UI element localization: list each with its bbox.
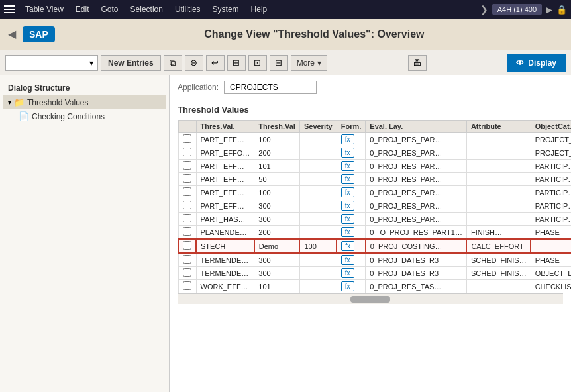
row-checkbox[interactable] — [183, 227, 191, 236]
sidebar-item-label-2: Checking Conditions — [32, 112, 105, 121]
chevron-down-icon: ▾ — [89, 58, 93, 68]
objectcat-cell: OBJECT_L… — [531, 267, 571, 280]
attribute-cell — [466, 160, 531, 173]
col-header-thresh-val: Thresh.Val — [254, 121, 300, 133]
fx-button[interactable]: fx — [341, 161, 354, 171]
fx-button[interactable]: fx — [341, 148, 354, 158]
menu-selection[interactable]: Selection — [125, 3, 168, 15]
doc-icon: 📄 — [19, 111, 29, 121]
objectcat-cell: PROJECT_… — [531, 146, 571, 160]
row-checkbox[interactable] — [183, 241, 191, 250]
table-row[interactable]: PART_EFF…300fx0_PROJ_RES_PAR…PARTICIP… — [178, 199, 571, 213]
scroll-thumb[interactable] — [350, 296, 390, 303]
fx-button[interactable]: fx — [341, 241, 354, 251]
lock-icon[interactable]: 🔒 — [556, 5, 567, 15]
attribute-cell — [466, 173, 531, 186]
undo-icon-button[interactable]: ↩ — [206, 55, 225, 71]
table-row[interactable]: PART_EFF…101fx0_PROJ_RES_PAR…PARTICIP… — [178, 160, 571, 173]
row-checkbox[interactable] — [183, 174, 191, 183]
row-checkbox[interactable] — [183, 134, 191, 143]
row-checkbox[interactable] — [183, 214, 191, 222]
print-button[interactable]: 🖶 — [408, 55, 427, 71]
table-row[interactable]: WORK_EFF…101fx0_PROJ_RES_TAS…CHECKLIS… — [178, 280, 571, 293]
row-checkbox[interactable] — [183, 201, 191, 209]
display-button[interactable]: 👁 Display — [507, 54, 566, 72]
table-row[interactable]: PLANENDE…200fx0_ O_PROJ_RES_PART1…FINISH… — [178, 226, 571, 240]
table-row[interactable]: PART_HAS…300fx0_PROJ_RES_PAR…PARTICIP… — [178, 213, 571, 226]
fx-button[interactable]: fx — [341, 268, 354, 278]
toolbar: ▾ New Entries ⧉ ⊖ ↩ ⊞ ⊡ ⊟ More ▾ 🖶 👁 Dis… — [0, 50, 571, 75]
menu-edit[interactable]: Edit — [70, 3, 95, 15]
menu-utilities[interactable]: Utilities — [170, 3, 206, 15]
table-row[interactable]: PART_EFFO…200fx0_PROJ_RES_PAR…PROJECT_… — [178, 146, 571, 160]
row-checkbox[interactable] — [183, 255, 191, 264]
fx-button[interactable]: fx — [341, 227, 354, 237]
severity-cell — [299, 280, 337, 293]
eval-lay-cell: 0_PROJ_RES_PAR… — [366, 146, 467, 160]
form-cell: fx — [337, 213, 366, 226]
table-row[interactable]: STECHDemo100fx0_PROJ_COSTING…CALC_EFFORT — [178, 239, 571, 253]
context-dropdown[interactable]: ▾ — [5, 55, 98, 71]
form-cell: fx — [337, 239, 366, 253]
thresh-val-cell: 100 — [254, 186, 300, 199]
hamburger-icon[interactable] — [4, 3, 16, 15]
expand-arrow-icon: ▾ — [8, 99, 11, 106]
col-header-checkbox — [178, 121, 196, 133]
menu-goto[interactable]: Goto — [96, 3, 124, 15]
new-entries-button[interactable]: New Entries — [101, 55, 161, 71]
thres-val-cell: PART_HAS… — [196, 213, 254, 226]
fx-button[interactable]: fx — [341, 255, 354, 265]
form-cell: fx — [337, 280, 366, 293]
more-chevron-icon: ▾ — [317, 58, 321, 68]
menu-table-view[interactable]: Table View — [20, 3, 69, 15]
attribute-cell: SCHED_FINIS… — [466, 253, 531, 267]
row-checkbox[interactable] — [183, 148, 191, 156]
copy-icon-button[interactable]: ⧉ — [164, 55, 182, 71]
objectcat-cell — [531, 239, 571, 253]
back-button[interactable]: ◀ — [8, 28, 16, 40]
more-button[interactable]: More ▾ — [291, 55, 327, 71]
thresh-val-cell: Demo — [254, 239, 300, 253]
thres-val-cell: TERMENDE… — [196, 267, 254, 280]
application-row: Application: CPROJECTS — [178, 81, 563, 94]
thresh-val-cell: 100 — [254, 133, 300, 146]
menu-bar: Table View Edit Goto Selection Utilities… — [0, 0, 571, 19]
eval-lay-cell: 0_PROJ_RES_PAR… — [366, 213, 467, 226]
form-cell: fx — [337, 253, 366, 267]
objectcat-cell: CHECKLIS… — [531, 280, 571, 293]
horizontal-scrollbar[interactable] — [178, 293, 563, 304]
row-checkbox[interactable] — [183, 281, 191, 290]
table-row[interactable]: PART_EFF…100fx0_PROJ_RES_PAR…PARTICIP… — [178, 186, 571, 199]
table-row[interactable]: PART_EFF…100fx0_PROJ_RES_PAR…PROJECT_… — [178, 133, 571, 146]
menu-system[interactable]: System — [207, 3, 244, 15]
eval-lay-cell: 0_PROJ_DATES_R3 — [366, 253, 467, 267]
fx-button[interactable]: fx — [341, 134, 354, 144]
move3-icon-button[interactable]: ⊟ — [270, 55, 288, 71]
fx-button[interactable]: fx — [341, 187, 354, 197]
thresh-val-cell: 300 — [254, 267, 300, 280]
row-checkbox[interactable] — [183, 268, 191, 277]
table-row[interactable]: TERMENDE…300fx0_PROJ_DATES_R3SCHED_FINIS… — [178, 267, 571, 280]
fx-button[interactable]: fx — [341, 214, 354, 224]
fx-button[interactable]: fx — [341, 201, 354, 211]
move1-icon-button[interactable]: ⊞ — [227, 55, 246, 71]
table-row[interactable]: PART_EFF…50fx0_PROJ_RES_PAR…PARTICIP… — [178, 173, 571, 186]
row-checkbox[interactable] — [183, 161, 191, 170]
fx-button[interactable]: fx — [341, 174, 354, 184]
thresh-val-cell: 200 — [254, 226, 300, 240]
sidebar-item-threshold-values[interactable]: ▾ 📁 Threshold Values — [3, 95, 166, 109]
delete-icon-button[interactable]: ⊖ — [185, 55, 203, 71]
row-checkbox[interactable] — [183, 187, 191, 196]
move2-icon-button[interactable]: ⊡ — [248, 55, 267, 71]
form-cell: fx — [337, 226, 366, 240]
menu-help[interactable]: Help — [246, 3, 273, 15]
fx-button[interactable]: fx — [341, 281, 354, 291]
thres-val-cell: PLANENDE… — [196, 226, 254, 240]
sidebar-item-checking-conditions[interactable]: 📄 Checking Conditions — [13, 109, 166, 123]
display-icon: 👁 — [516, 58, 524, 68]
play-icon[interactable]: ▶ — [546, 5, 552, 15]
severity-cell: 100 — [299, 239, 337, 253]
table-row[interactable]: TERMENDE…300fx0_PROJ_DATES_R3SCHED_FINIS… — [178, 253, 571, 267]
thres-val-cell: PART_EFF… — [196, 186, 254, 199]
thresh-val-cell: 300 — [254, 213, 300, 226]
